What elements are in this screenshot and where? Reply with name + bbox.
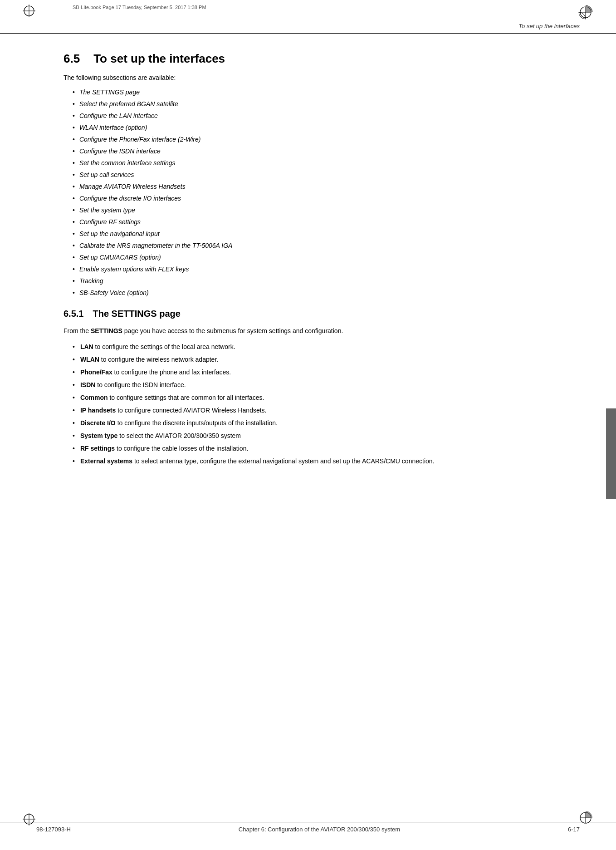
- list-item: The SETTINGS page: [73, 88, 552, 97]
- desc-common: to configure settings that are common fo…: [109, 393, 264, 403]
- list-item: Configure RF settings: [73, 217, 552, 227]
- section-title: To set up the interfaces: [93, 52, 225, 66]
- term-isdn: ISDN: [80, 380, 95, 390]
- desc-system-type: to select the AVIATOR 200/300/350 system: [119, 431, 241, 441]
- list-item: ISDN to configure the ISDN interface.: [73, 380, 552, 390]
- list-item: Enable system options with FLEX keys: [73, 265, 552, 274]
- main-content: 6.5 To set up the interfaces The followi…: [0, 34, 616, 498]
- list-item: Select the preferred BGAN satellite: [73, 99, 552, 109]
- list-item: Configure the discrete I/O interfaces: [73, 194, 552, 203]
- term-ip-handsets: IP handsets: [80, 406, 116, 415]
- list-item: Configure the Phone/Fax interface (2-Wir…: [73, 135, 552, 144]
- top-right-corner-mark: [578, 5, 593, 22]
- page-container: SB-Lite.book Page 17 Tuesday, September …: [0, 0, 616, 850]
- term-discrete-io: Discrete I/O: [80, 418, 116, 428]
- list-item: SB-Safety Voice (option): [73, 288, 552, 298]
- settings-bold: SETTINGS: [91, 327, 122, 334]
- term-system-type: System type: [80, 431, 117, 441]
- right-tab: [606, 408, 616, 499]
- section-bullet-list: The SETTINGS page Select the preferred B…: [73, 88, 552, 298]
- list-item: Set the common interface settings: [73, 158, 552, 168]
- list-item: RF settings to configure the cable losse…: [73, 444, 552, 453]
- list-item: External systems to select antenna type,…: [73, 457, 552, 466]
- desc-phonefax: to configure the phone and fax interface…: [114, 368, 231, 377]
- desc-discrete-io: to configure the discrete inputs/outputs…: [117, 418, 278, 428]
- list-item: Configure the LAN interface: [73, 111, 552, 121]
- list-item: IP handsets to configure connected AVIAT…: [73, 406, 552, 415]
- list-item: Phone/Fax to configure the phone and fax…: [73, 368, 552, 377]
- list-item: Set the system type: [73, 206, 552, 215]
- term-rf-settings: RF settings: [80, 444, 115, 453]
- list-item: LAN to configure the settings of the loc…: [73, 342, 552, 352]
- list-item: Manage AVIATOR Wireless Handsets: [73, 182, 552, 192]
- desc-external-systems: to select antenna type, configure the ex…: [134, 457, 435, 466]
- subsection-title: The SETTINGS page: [93, 309, 180, 319]
- desc-rf-settings: to configure the cable losses of the ins…: [117, 444, 248, 453]
- desc-lan: to configure the settings of the local a…: [95, 342, 235, 352]
- list-item: Discrete I/O to configure the discrete i…: [73, 418, 552, 428]
- list-item: Set up call services: [73, 170, 552, 180]
- footer-page-number: 6-17: [568, 826, 580, 833]
- book-info: SB-Lite.book Page 17 Tuesday, September …: [73, 5, 206, 10]
- page-header-title: To set up the interfaces: [518, 23, 580, 29]
- footer-chapter: Chapter 6: Configuration of the AVIATOR …: [239, 826, 400, 833]
- desc-ip-handsets: to configure connected AVIATOR Wireless …: [117, 406, 266, 415]
- section-intro: The following subsections are available:: [64, 74, 552, 81]
- section-number: 6.5: [64, 52, 80, 66]
- list-item: WLAN interface (option): [73, 123, 552, 133]
- top-left-corner-mark: [23, 5, 35, 17]
- subsection-intro: From the SETTINGS page you have access t…: [64, 326, 552, 336]
- desc-isdn: to configure the ISDN interface.: [97, 380, 186, 390]
- list-item: Configure the ISDN interface: [73, 147, 552, 156]
- term-external-systems: External systems: [80, 457, 132, 466]
- list-item: WLAN to configure the wireless network a…: [73, 355, 552, 364]
- list-item: Set up the navigational input: [73, 229, 552, 239]
- detail-list: LAN to configure the settings of the loc…: [73, 342, 552, 466]
- term-common: Common: [80, 393, 108, 403]
- desc-wlan: to configure the wireless network adapte…: [101, 355, 218, 364]
- page-footer: 98-127093-H Chapter 6: Configuration of …: [0, 822, 616, 836]
- term-phonefax: Phone/Fax: [80, 368, 112, 377]
- footer-doc-number: 98-127093-H: [36, 826, 71, 833]
- list-item: Set up CMU/ACARS (option): [73, 253, 552, 262]
- list-item: Calibrate the NRS magnetometer in the TT…: [73, 241, 552, 251]
- term-lan: LAN: [80, 342, 93, 352]
- list-item: Tracking: [73, 276, 552, 286]
- subsection-number: 6.5.1: [64, 309, 83, 319]
- term-wlan: WLAN: [80, 355, 99, 364]
- list-item: Common to configure settings that are co…: [73, 393, 552, 403]
- list-item: System type to select the AVIATOR 200/30…: [73, 431, 552, 441]
